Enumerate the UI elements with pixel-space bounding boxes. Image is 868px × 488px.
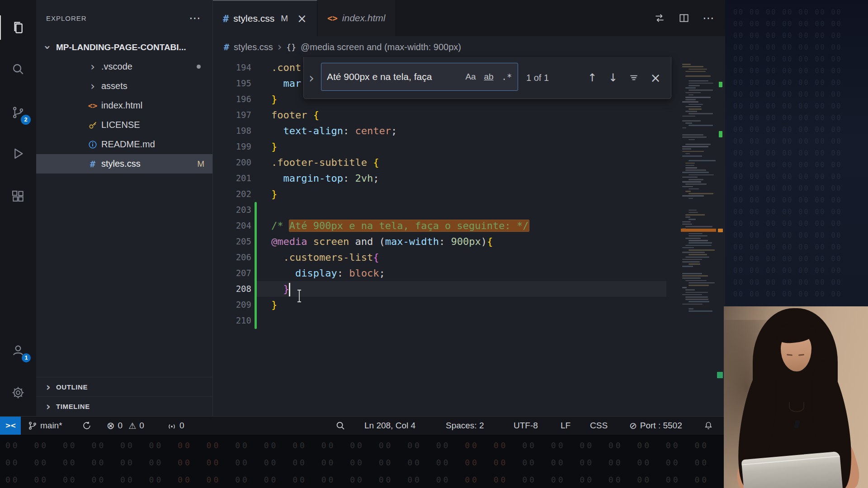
activity-search-button[interactable] [0, 53, 36, 85]
outline-section-header[interactable]: › OUTLINE [36, 377, 212, 397]
minimap-line [689, 233, 703, 235]
whole-word-button[interactable]: ab [480, 72, 498, 82]
minimap-line [689, 94, 693, 96]
sidebar-item-vscode[interactable]: ›.vscode [36, 57, 212, 76]
live-server-port-status[interactable]: ⊘ Port : 5502 [629, 417, 682, 435]
compare-changes-icon[interactable] [654, 12, 665, 24]
minimap-line [689, 69, 707, 70]
minimap-line [685, 289, 695, 291]
find-in-selection-button[interactable] [625, 57, 643, 99]
modified-dot [197, 65, 201, 69]
code-line-205[interactable]: 205@media screen and (max-width: 900px){ [213, 234, 725, 249]
code-text: } [271, 297, 277, 313]
activity-run-debug-button[interactable] [0, 138, 36, 169]
css-icon: # [223, 13, 229, 24]
activity-accounts-button[interactable]: 1 [0, 334, 36, 366]
notifications-bell[interactable] [703, 417, 713, 435]
next-match-button[interactable]: ↓ [604, 57, 622, 99]
tab-index-html[interactable]: <> index.html [317, 0, 396, 36]
code-line-208[interactable]: 208 } [213, 281, 725, 297]
minimap-line [689, 212, 698, 213]
sidebar-item-assets[interactable]: ›assets [36, 76, 212, 96]
zoom-indicator[interactable] [335, 417, 345, 435]
minimap-line [682, 195, 704, 197]
minimap-line [685, 257, 709, 258]
find-results-count: 1 of 1 [526, 57, 549, 99]
breadcrumb[interactable]: # styles.css › {} @media screen and (max… [213, 36, 725, 58]
problems-status[interactable]: ⊗ 0 ⚠ 0 [107, 417, 144, 435]
git-modified-badge: M [281, 14, 288, 23]
minimap-line [682, 134, 703, 136]
minimap[interactable] [681, 59, 717, 339]
sidebar-item-styles-css[interactable]: #styles.cssM [36, 154, 212, 174]
minimap-line [685, 299, 708, 300]
find-query-text: Até 900px e na tela, faça [327, 71, 462, 82]
sidebar-item-license[interactable]: LICENSE [36, 115, 212, 135]
code-line-202[interactable]: 202} [213, 186, 725, 202]
more-actions-icon[interactable]: ⋯ [189, 11, 201, 25]
circle-slash-icon: ⊘ [629, 420, 637, 431]
sidebar-header: EXPLORER ⋯ [36, 0, 212, 36]
code-text: } [271, 139, 277, 155]
code-text: } [271, 281, 290, 297]
match-case-button[interactable]: Aa [462, 72, 480, 82]
toggle-replace-chevron[interactable]: › [304, 57, 319, 99]
line-number: 195 [213, 75, 251, 91]
code-line-198[interactable]: 198 text-align: center; [213, 123, 725, 139]
code-line-203[interactable]: 203 [213, 202, 725, 218]
close-find-button[interactable]: × [646, 57, 665, 99]
project-root-folder[interactable]: › MP-LANDING-PAGE-CONTABI... [36, 38, 212, 57]
code-editor[interactable]: 194.cont195 mar196}197footer {198 text-a… [213, 58, 725, 416]
code-text: .cont [271, 60, 301, 75]
blurred-background-row: 00 00 00 00 00 00 00 [733, 53, 868, 65]
blurred-background-row: 00 00 00 00 00 00 00 [733, 65, 868, 77]
eol-status[interactable]: LF [561, 417, 571, 435]
activity-settings-button[interactable] [0, 377, 36, 408]
code-line-200[interactable]: 200.footer-subtitle { [213, 155, 725, 170]
activity-extensions-button[interactable] [0, 181, 36, 212]
minimap-line [682, 120, 701, 122]
code-line-201[interactable]: 201 margin-top: 2vh; [213, 170, 725, 186]
cursor-position-status[interactable]: Ln 208, Col 4 [364, 417, 415, 435]
code-line-207[interactable]: 207 display: block; [213, 265, 725, 281]
regex-button[interactable]: .* [498, 72, 516, 82]
code-line-209[interactable]: 209} [213, 297, 725, 313]
language-mode-status[interactable]: CSS [590, 417, 608, 435]
git-branch-status[interactable]: main* [28, 417, 62, 435]
code-line-210[interactable]: 210 [213, 313, 725, 328]
previous-match-button[interactable]: ↑ [583, 57, 601, 99]
breadcrumb-symbol[interactable]: @media screen and (max-width: 900px) [301, 42, 461, 52]
sync-status[interactable] [82, 417, 91, 435]
tab-styles-css[interactable]: # styles.css M × [213, 0, 317, 36]
info-icon-wrap [86, 140, 99, 149]
file-label: LICENSE [101, 120, 140, 130]
minimap-line [682, 181, 701, 183]
code-line-206[interactable]: 206 .customers-list{ [213, 249, 725, 265]
code-line-197[interactable]: 197footer { [213, 107, 725, 123]
ports-status[interactable]: 0 [167, 417, 184, 435]
activity-explorer-button[interactable] [0, 12, 36, 43]
minimap-line [682, 151, 704, 152]
presenter-necklace [789, 402, 804, 412]
breadcrumb-file[interactable]: styles.css [234, 42, 273, 52]
sidebar-item-readme-md[interactable]: README.md [36, 135, 212, 154]
more-actions-icon[interactable]: ⋯ [703, 11, 714, 25]
sidebar-item-index-html[interactable]: <>index.html [36, 96, 212, 115]
close-tab-icon[interactable]: × [297, 13, 307, 24]
code-line-204[interactable]: 204/* Até 900px e na tela, faça o seguin… [213, 218, 725, 234]
accounts-badge: 1 [22, 353, 31, 362]
activity-source-control-button[interactable]: 2 [0, 97, 36, 128]
code-line-199[interactable]: 199} [213, 139, 725, 155]
minimap-line [685, 191, 691, 192]
indentation-status[interactable]: Spaces: 2 [446, 417, 484, 435]
find-input[interactable]: Até 900px e na tela, faça Aa ab .* [321, 63, 518, 91]
line-number: 209 [213, 297, 251, 313]
encoding: UTF-8 [514, 421, 538, 431]
timeline-section-header[interactable]: › TIMELINE [36, 396, 212, 416]
minimap-line [685, 183, 707, 185]
split-editor-icon[interactable] [678, 12, 690, 24]
minimap-line [685, 280, 707, 282]
minimap-line [682, 186, 693, 188]
encoding-status[interactable]: UTF-8 [514, 417, 538, 435]
remote-indicator[interactable]: >< [0, 417, 21, 435]
